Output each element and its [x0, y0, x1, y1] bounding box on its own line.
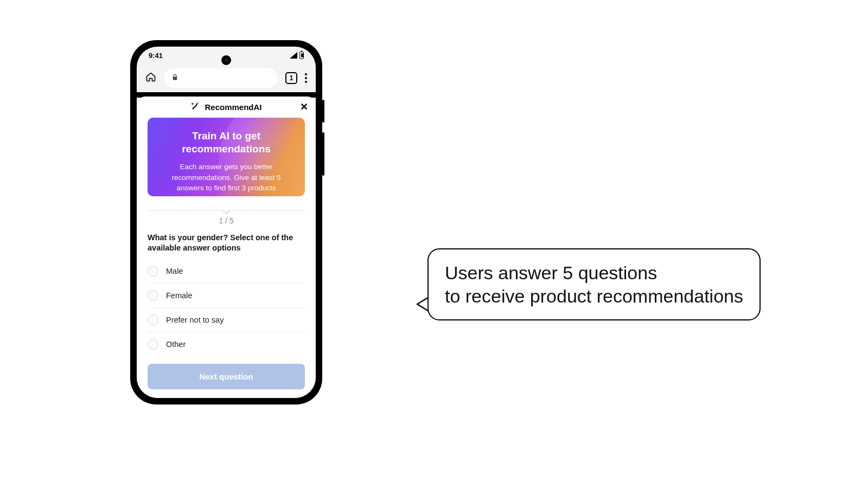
app-header: RecommendAI ✕	[137, 97, 316, 118]
option-female[interactable]: Female	[148, 284, 305, 308]
radio-icon	[148, 339, 158, 350]
battery-icon	[299, 52, 304, 59]
app-surface: RecommendAI ✕ Train AI to get recommenda…	[137, 97, 316, 398]
callout-line: Users answer 5 questions	[445, 261, 743, 285]
chevron-down-icon	[222, 208, 230, 217]
radio-icon	[148, 266, 158, 277]
option-other[interactable]: Other	[148, 332, 305, 356]
option-label: Female	[166, 291, 192, 300]
radio-icon	[148, 290, 158, 301]
phone-screen: 9:41 1	[137, 47, 316, 398]
side-button	[322, 100, 324, 123]
annotation-callout: Users answer 5 questions to receive prod…	[427, 248, 761, 320]
progress-text: 1 / 5	[148, 216, 305, 225]
next-question-button[interactable]: Next question	[148, 364, 305, 389]
signal-icon	[290, 52, 297, 59]
side-button	[322, 132, 324, 176]
close-icon[interactable]: ✕	[300, 102, 308, 112]
browser-toolbar: 1	[137, 64, 316, 92]
callout-line: to receive product recommendations	[445, 285, 743, 308]
options-list: Male Female Prefer not to say Other	[148, 259, 305, 356]
home-icon[interactable]	[145, 72, 156, 85]
option-label: Other	[166, 340, 186, 349]
radio-icon	[148, 314, 158, 325]
url-bar[interactable]	[164, 68, 278, 88]
app-title: RecommendAI	[205, 102, 261, 112]
lock-icon	[171, 73, 178, 83]
option-label: Male	[166, 267, 183, 275]
hero-heading: Train AI to get recommendations	[158, 130, 294, 156]
overflow-menu-icon[interactable]	[305, 73, 307, 83]
progress-indicator: 1 / 5	[148, 210, 305, 225]
hero-subtext: Each answer gets you better recommendati…	[158, 162, 294, 194]
question-text: What is your gender? Select one of the a…	[148, 233, 305, 254]
option-prefer-not-to-say[interactable]: Prefer not to say	[148, 308, 305, 332]
tab-count[interactable]: 1	[285, 72, 297, 84]
status-time: 9:41	[149, 52, 163, 60]
wand-icon	[190, 101, 200, 113]
option-male[interactable]: Male	[148, 259, 305, 284]
hero-card: Train AI to get recommendations Each ans…	[148, 118, 305, 196]
camera-punch-hole	[221, 55, 231, 65]
option-label: Prefer not to say	[166, 316, 224, 324]
phone-frame: 9:41 1	[130, 40, 322, 404]
